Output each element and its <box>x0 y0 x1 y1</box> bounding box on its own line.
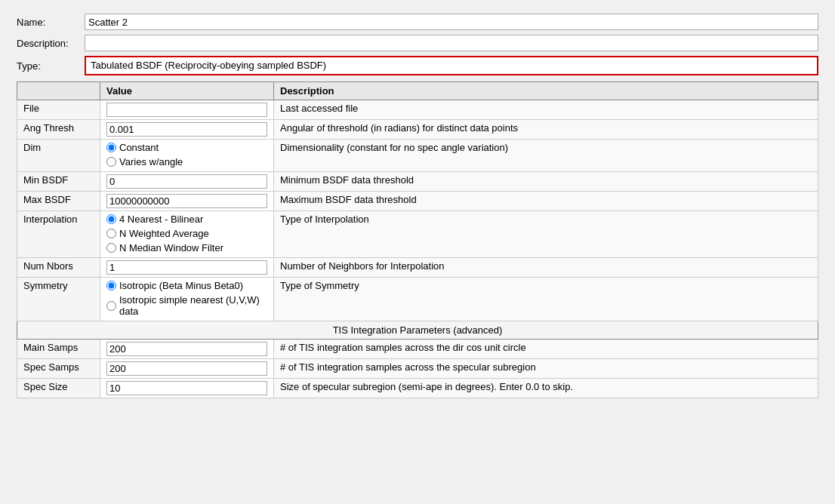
value-input[interactable] <box>106 260 267 275</box>
radio-row: Isotropic (Beta Minus Beta0) <box>106 280 267 291</box>
name-label: Name: <box>17 17 85 28</box>
table-row: FileLast accessed file <box>17 100 818 120</box>
value-cell <box>100 192 274 211</box>
value-input[interactable] <box>106 381 267 395</box>
param-cell: Spec Samps <box>17 359 100 379</box>
radio-input[interactable] <box>106 281 116 290</box>
table-row: Ang ThreshAngular of threshold (in radia… <box>17 120 818 140</box>
description-cell: # of TIS integration samples across the … <box>274 340 818 359</box>
table-row: Interpolation4 Nearest - BilinearN Weigh… <box>17 211 818 258</box>
table-row: Min BSDFMinimum BSDF data threshold <box>17 172 818 192</box>
value-input[interactable] <box>106 122 267 137</box>
description-input[interactable] <box>85 35 818 51</box>
value-input[interactable] <box>106 342 267 356</box>
col-header-description: Description <box>274 82 818 100</box>
radio-input[interactable] <box>106 157 116 167</box>
value-cell <box>100 258 274 278</box>
value-input[interactable] <box>106 194 267 208</box>
radio-label: N Median Window Filter <box>119 242 223 254</box>
param-cell: File <box>17 100 100 120</box>
param-cell: Dim <box>17 140 100 172</box>
section-header-row: TIS Integration Parameters (advanced) <box>17 321 818 340</box>
description-cell: Last accessed file <box>274 100 818 120</box>
radio-input[interactable] <box>106 229 116 238</box>
description-row: Description: <box>17 35 818 51</box>
value-cell: ConstantVaries w/angle <box>100 140 274 172</box>
main-form: Name: Description: Type: Tabulated BSDF … <box>8 8 827 404</box>
table-row: SymmetryIsotropic (Beta Minus Beta0)Isot… <box>17 278 818 321</box>
radio-row: Constant <box>106 142 267 153</box>
radio-input[interactable] <box>106 243 116 253</box>
radio-input[interactable] <box>106 214 116 224</box>
description-cell: Maximum BSDF data threshold <box>274 192 818 211</box>
table-header-row: Value Description <box>17 82 818 100</box>
table-row: Num NborsNumber of Neighbors for Interpo… <box>17 258 818 278</box>
radio-row: 4 Nearest - Bilinear <box>106 214 267 225</box>
value-input[interactable] <box>106 361 267 376</box>
value-input[interactable] <box>106 103 267 117</box>
name-row: Name: <box>17 14 818 30</box>
param-cell: Symmetry <box>17 278 100 321</box>
description-cell: Minimum BSDF data threshold <box>274 172 818 192</box>
radio-row: N Weighted Average <box>106 228 267 239</box>
value-cell <box>100 120 274 140</box>
section-header-cell: TIS Integration Parameters (advanced) <box>17 321 818 340</box>
radio-label: Isotropic simple nearest (U,V,W) data <box>119 294 267 317</box>
table-row: Max BSDFMaximum BSDF data threshold <box>17 192 818 211</box>
radio-row: Isotropic simple nearest (U,V,W) data <box>106 294 267 317</box>
description-label: Description: <box>17 38 85 49</box>
param-cell: Interpolation <box>17 211 100 258</box>
value-cell: 4 Nearest - BilinearN Weighted AverageN … <box>100 211 274 258</box>
param-cell: Main Samps <box>17 340 100 359</box>
description-cell: Dimensionality (constant for no spec ang… <box>274 140 818 172</box>
radio-label: Isotropic (Beta Minus Beta0) <box>119 280 243 291</box>
radio-label: Constant <box>119 142 159 153</box>
param-cell: Ang Thresh <box>17 120 100 140</box>
value-cell <box>100 359 274 379</box>
radio-label: N Weighted Average <box>119 228 209 239</box>
description-cell: Number of Neighbors for Interpolation <box>274 258 818 278</box>
param-cell: Num Nbors <box>17 258 100 278</box>
type-label: Type: <box>17 60 85 72</box>
description-cell: # of TIS integration samples across the … <box>274 359 818 379</box>
value-cell <box>100 100 274 120</box>
radio-label: 4 Nearest - Bilinear <box>119 214 203 225</box>
type-row: Type: Tabulated BSDF (Reciprocity-obeyin… <box>17 56 818 75</box>
name-input[interactable] <box>85 14 818 30</box>
table-row: DimConstantVaries w/angleDimensionality … <box>17 140 818 172</box>
param-cell: Min BSDF <box>17 172 100 192</box>
param-cell: Spec Size <box>17 379 100 398</box>
description-cell: Type of Interpolation <box>274 211 818 258</box>
param-cell: Max BSDF <box>17 192 100 211</box>
advanced-table-row: Spec Samps# of TIS integration samples a… <box>17 359 818 379</box>
advanced-table-row: Spec SizeSize of specular subregion (sem… <box>17 379 818 398</box>
radio-row: Varies w/angle <box>106 156 267 167</box>
params-table: Value Description FileLast accessed file… <box>17 81 818 398</box>
value-cell: Isotropic (Beta Minus Beta0)Isotropic si… <box>100 278 274 321</box>
radio-input[interactable] <box>106 143 116 152</box>
col-header-value: Value <box>100 82 274 100</box>
value-cell <box>100 340 274 359</box>
value-cell <box>100 379 274 398</box>
value-cell <box>100 172 274 192</box>
advanced-table-row: Main Samps# of TIS integration samples a… <box>17 340 818 359</box>
value-input[interactable] <box>106 174 267 189</box>
radio-row: N Median Window Filter <box>106 242 267 254</box>
type-select[interactable]: Tabulated BSDF (Reciprocity-obeying samp… <box>85 56 818 75</box>
description-cell: Size of specular subregion (semi-ape in … <box>274 379 818 398</box>
description-cell: Type of Symmetry <box>274 278 818 321</box>
radio-label: Varies w/angle <box>119 156 183 167</box>
col-header-param <box>17 82 100 100</box>
description-cell: Angular of threshold (in radians) for di… <box>274 120 818 140</box>
radio-input[interactable] <box>106 301 116 311</box>
